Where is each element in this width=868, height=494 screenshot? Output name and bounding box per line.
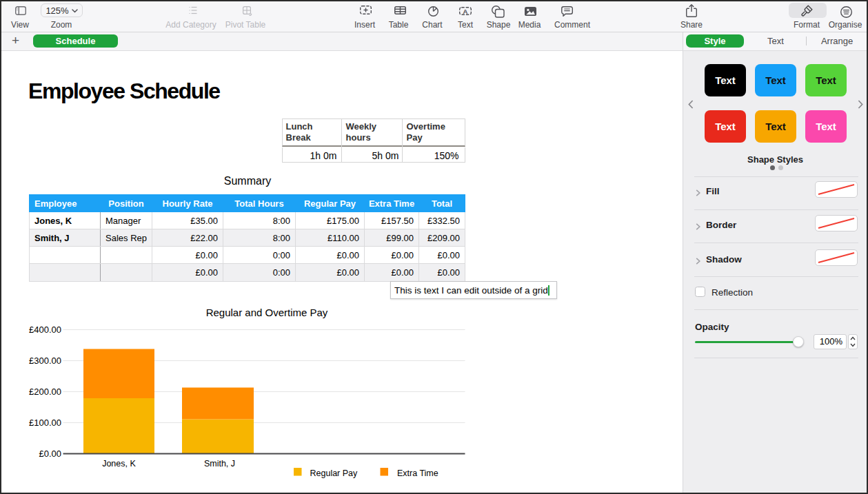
svg-text:£200.00: £200.00 <box>29 387 61 397</box>
svg-text:A: A <box>463 8 468 15</box>
svg-text:£100.00: £100.00 <box>29 418 61 428</box>
svg-text:Extra Time: Extra Time <box>397 469 438 478</box>
svg-text:Regular Pay: Regular Pay <box>310 469 359 478</box>
svg-text:£300.00: £300.00 <box>29 356 61 366</box>
svg-text:Jones, K: Jones, K <box>102 459 136 469</box>
svg-text:Smith, J: Smith, J <box>204 459 235 469</box>
svg-text:£400.00: £400.00 <box>29 325 61 335</box>
svg-text:£0.00: £0.00 <box>39 449 61 459</box>
